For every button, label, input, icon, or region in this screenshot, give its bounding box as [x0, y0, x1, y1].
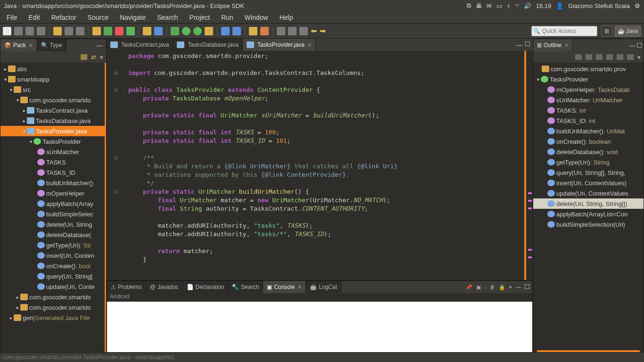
volume-icon[interactable]: 🔊 — [524, 2, 531, 9]
tab-javadoc[interactable]: @ Javadoc — [146, 281, 183, 293]
tab-type-hierarchy[interactable]: 🔍 Type — [37, 39, 66, 51]
java-perspective[interactable]: ☕Java — [614, 25, 641, 37]
fold-icon[interactable]: − — [114, 189, 118, 194]
hide-local-icon[interactable] — [617, 54, 623, 60]
hide-nonpublic-icon[interactable] — [606, 54, 613, 60]
overview-ruler[interactable] — [526, 51, 533, 280]
user-name[interactable]: Giacomo Stelluti Scala — [568, 2, 630, 9]
tree-method[interactable]: applyBatch(Array — [0, 198, 105, 209]
maximize-icon[interactable] — [525, 41, 530, 46]
menu-edit[interactable]: Edit — [24, 13, 45, 22]
toggle2-button[interactable] — [76, 27, 84, 35]
back-button[interactable]: ⬅ — [311, 26, 317, 35]
view-menu-icon[interactable]: ▾ — [100, 54, 103, 61]
bluetooth-icon[interactable]: ᚼ — [507, 2, 511, 9]
menu-source[interactable]: Source — [83, 13, 113, 22]
close-icon[interactable]: ✕ — [29, 42, 33, 49]
editor-tab-provider[interactable]: TasksProvider.java ✕ — [243, 39, 316, 51]
tree-package[interactable]: ▾com.gsscoder.smartdo — [0, 95, 105, 105]
run-last-button[interactable] — [193, 27, 202, 35]
save-all-button[interactable] — [25, 27, 34, 35]
link-editor-icon[interactable]: ⇄ — [91, 54, 96, 61]
battery-icon[interactable]: ▭ — [496, 2, 502, 9]
tree-project-abs[interactable]: ▸abs — [0, 64, 105, 74]
debug-button[interactable] — [171, 27, 179, 35]
tree-field[interactable]: TASKS_ID — [0, 167, 105, 178]
focus-icon[interactable] — [627, 54, 634, 60]
lint-button[interactable] — [115, 27, 124, 35]
close-icon[interactable]: ✕ — [564, 42, 569, 49]
print-button[interactable] — [37, 27, 45, 35]
menu-refactor[interactable]: Refactor — [47, 13, 81, 22]
tree-method[interactable]: insert(Uri, Conten — [0, 250, 105, 261]
new-button[interactable] — [3, 27, 11, 35]
maximize-icon[interactable] — [637, 43, 642, 48]
hide-static-icon[interactable] — [596, 54, 603, 60]
tree-project-smartdoapp[interactable]: ▾smartdoapp — [0, 74, 105, 84]
printer-icon[interactable]: 🖶 — [476, 2, 482, 9]
outline-method[interactable]: insert(Uri, ContentValues) — [533, 178, 644, 188]
collapse-all-icon[interactable] — [81, 54, 87, 60]
tree-gen-folder[interactable]: ▸gen [Generated Java File — [0, 313, 105, 323]
overview-mark[interactable] — [528, 207, 532, 209]
outline-field[interactable]: mOpenHelper : TasksDatab — [533, 84, 644, 95]
new-project-button[interactable] — [143, 27, 151, 35]
run-button[interactable] — [182, 27, 190, 35]
overview-mark[interactable] — [528, 192, 532, 194]
tab-logcat[interactable]: 🤖 LogCat — [306, 281, 341, 293]
menu-project[interactable]: Project — [185, 13, 215, 22]
view-menu-icon[interactable]: ▾ — [637, 54, 641, 61]
scroll-lock-icon[interactable]: 🔒 — [499, 284, 505, 290]
pin-console-icon[interactable]: 📌 — [466, 284, 472, 290]
tree-field[interactable]: TASKS — [0, 157, 105, 167]
outline-method[interactable]: deleteDatabase() : void — [533, 147, 644, 157]
tree-method[interactable]: buildSimpleSelec — [0, 209, 105, 219]
dropbox-icon[interactable]: ⧉ — [467, 2, 471, 9]
open-console-icon[interactable]: ▾ — [509, 284, 512, 290]
new-class-button[interactable] — [221, 27, 230, 35]
new-xml-button[interactable] — [154, 27, 163, 35]
outline-field[interactable]: TASKS_ID : int — [533, 115, 644, 126]
toggle-button[interactable] — [65, 27, 73, 35]
close-icon[interactable]: ✕ — [297, 284, 302, 290]
outline-method[interactable]: buildSimpleSelection(Uri) — [533, 219, 644, 230]
tree-method[interactable]: getType(Uri): Str — [0, 240, 105, 250]
tab-declaration[interactable]: 📄 Declaration — [183, 281, 229, 293]
save-button[interactable] — [14, 27, 23, 35]
outline-tree[interactable]: com.gsscoder.smartdo.prov ▾TasksProvider… — [533, 63, 644, 349]
tab-package-explorer[interactable]: 📦 Pack ✕ — [0, 39, 37, 51]
external-tools-button[interactable] — [205, 27, 213, 35]
android-sdk-button[interactable] — [92, 27, 101, 35]
console-output[interactable] — [107, 302, 532, 352]
outline-class[interactable]: ▾TasksProvider — [533, 74, 644, 84]
tree-package[interactable]: ▸com.gsscoder.smartdo — [0, 292, 105, 302]
outline-field[interactable]: sUriMatcher : UriMatcher — [533, 95, 644, 105]
outline-method-selected[interactable]: delete(Uri, String, String[]) — [533, 198, 644, 209]
tree-method[interactable]: onCreate(): bool — [0, 261, 105, 271]
menu-help[interactable]: Help — [275, 13, 298, 22]
minimize-icon[interactable]: — — [516, 284, 521, 290]
quick-access-input[interactable] — [531, 26, 597, 36]
tree-field[interactable]: sUriMatcher — [0, 147, 105, 157]
fold-icon[interactable]: − — [114, 156, 118, 160]
outline-package[interactable]: com.gsscoder.smartdo.prov — [533, 64, 644, 74]
tab-problems[interactable]: ⚠ Problems — [107, 281, 146, 293]
menu-window[interactable]: Window — [240, 13, 273, 22]
display-selected-icon[interactable]: ▣ — [476, 284, 481, 290]
gear-icon[interactable]: ⚙ — [635, 2, 640, 9]
hide-fields-icon[interactable] — [586, 54, 592, 60]
menu-file[interactable]: File — [2, 13, 22, 22]
search-button[interactable] — [260, 27, 269, 35]
editor-tab-contract[interactable]: TasksContract.java — [107, 39, 173, 51]
editor-tab-db[interactable]: TasksDatabase.java — [173, 39, 242, 51]
minimize-icon[interactable]: — — [629, 42, 636, 49]
outline-method[interactable]: applyBatch(ArrayList<Con — [533, 209, 644, 219]
tree-file-db[interactable]: ▸TasksDatabase.java — [0, 115, 105, 126]
minimize-icon[interactable]: — — [97, 42, 103, 49]
tree-package[interactable]: ▸com.gsscoder.smartdo — [0, 302, 105, 313]
open-type-button[interactable] — [53, 27, 62, 35]
annotation2-button[interactable] — [288, 27, 297, 35]
outline-method[interactable]: query(Uri, String[], String, — [533, 167, 644, 178]
maximize-icon[interactable] — [525, 284, 529, 289]
mail-icon[interactable]: ✉ — [487, 2, 492, 9]
